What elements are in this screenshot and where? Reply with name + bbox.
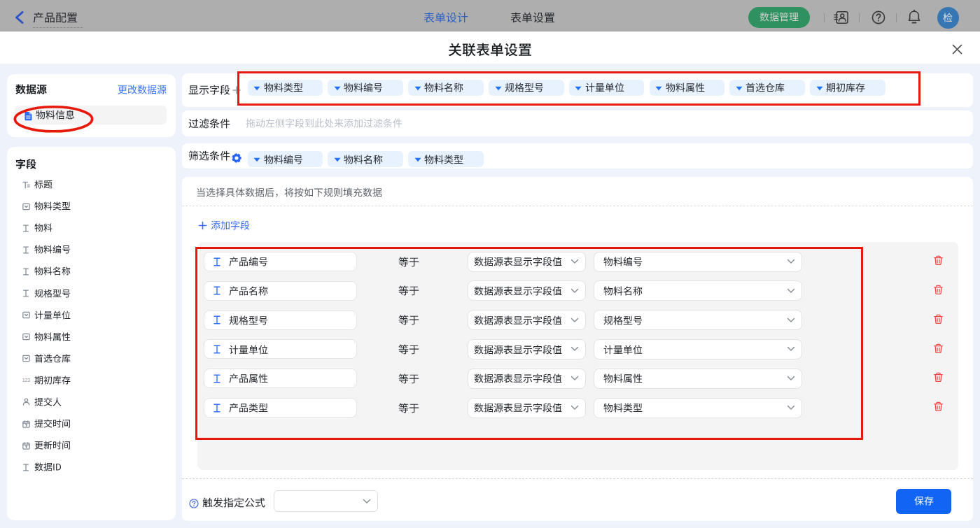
- svg-text:123: 123: [22, 378, 30, 383]
